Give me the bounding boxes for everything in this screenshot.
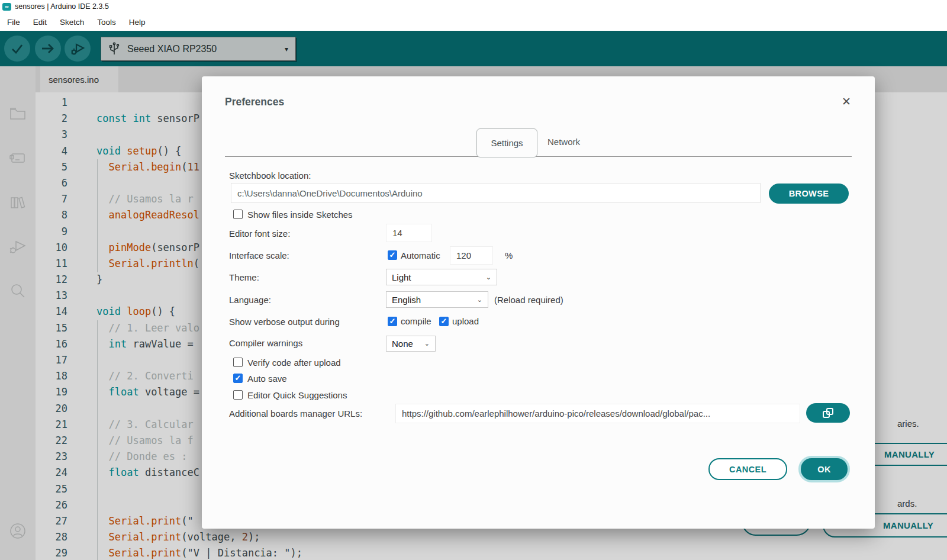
preferences-dialog: Preferences ✕ Settings Network Sketchboo… bbox=[202, 76, 875, 529]
interface-scale-input[interactable]: 120 bbox=[450, 246, 493, 265]
chevron-down-icon: ⌄ bbox=[477, 296, 482, 304]
verbose-output-label: Show verbose output during bbox=[229, 316, 340, 328]
verbose-upload-label: upload bbox=[452, 316, 479, 326]
percent-label: % bbox=[505, 250, 513, 262]
sketchbook-location-input[interactable]: c:\Users\danna\OneDrive\Documentos\Ardui… bbox=[231, 183, 761, 203]
theme-select[interactable]: Light ⌄ bbox=[386, 269, 497, 285]
verbose-compile-label: compile bbox=[401, 316, 431, 326]
menu-help[interactable]: Help bbox=[123, 13, 152, 31]
verbose-upload-checkbox[interactable] bbox=[439, 317, 449, 326]
chevron-down-icon: ⌄ bbox=[424, 340, 430, 347]
menu-sketch[interactable]: Sketch bbox=[53, 13, 91, 31]
menubar: FileEditSketchToolsHelp bbox=[0, 13, 947, 31]
tabs-divider bbox=[225, 128, 852, 157]
show-files-checkbox[interactable] bbox=[233, 210, 243, 219]
font-size-label: Editor font size: bbox=[229, 228, 290, 240]
titlebar: ∞ sensores | Arduino IDE 2.3.5 bbox=[0, 0, 947, 13]
arduino-logo-icon: ∞ bbox=[2, 3, 11, 11]
verify-after-upload-label: Verify code after upload bbox=[247, 358, 341, 368]
theme-label: Theme: bbox=[229, 272, 259, 284]
show-files-label: Show files inside Sketches bbox=[247, 210, 353, 220]
dialog-title: Preferences bbox=[225, 96, 284, 108]
automatic-scale-label: Automatic bbox=[401, 250, 440, 260]
auto-save-checkbox[interactable] bbox=[233, 374, 243, 383]
quick-suggestions-checkbox[interactable] bbox=[233, 390, 243, 400]
boards-urls-label: Additional boards manager URLs: bbox=[229, 408, 362, 420]
open-window-icon bbox=[822, 407, 835, 420]
compiler-warnings-label: Compiler warnings bbox=[229, 337, 302, 349]
compiler-warnings-select[interactable]: None ⌄ bbox=[386, 336, 436, 352]
tab-settings[interactable]: Settings bbox=[476, 128, 537, 157]
boards-urls-expand-button[interactable] bbox=[806, 403, 850, 423]
menu-file[interactable]: File bbox=[1, 13, 27, 31]
auto-save-label: Auto save bbox=[247, 374, 287, 384]
close-icon[interactable]: ✕ bbox=[839, 94, 854, 110]
cancel-button[interactable]: CANCEL bbox=[708, 458, 787, 480]
chevron-down-icon: ⌄ bbox=[486, 273, 491, 281]
arduino-ide-window: ∞ sensores | Arduino IDE 2.3.5 FileEditS… bbox=[0, 0, 947, 560]
language-select[interactable]: English ⌄ bbox=[386, 291, 488, 308]
interface-scale-label: Interface scale: bbox=[229, 250, 289, 262]
verify-after-upload-checkbox[interactable] bbox=[233, 358, 243, 367]
browse-button[interactable]: BROWSE bbox=[769, 184, 849, 204]
font-size-input[interactable]: 14 bbox=[386, 224, 432, 242]
language-label: Language: bbox=[229, 294, 271, 306]
menu-edit[interactable]: Edit bbox=[27, 13, 53, 31]
reload-required-note: (Reload required) bbox=[494, 294, 563, 306]
quick-suggestions-label: Editor Quick Suggestions bbox=[247, 390, 347, 400]
tab-network[interactable]: Network bbox=[547, 137, 580, 147]
automatic-scale-checkbox[interactable] bbox=[388, 250, 397, 260]
ok-button[interactable]: OK bbox=[801, 458, 848, 480]
verbose-compile-checkbox[interactable] bbox=[388, 317, 397, 326]
window-title: sensores | Arduino IDE 2.3.5 bbox=[15, 2, 109, 11]
sketchbook-location-label: Sketchbook location: bbox=[229, 170, 311, 182]
boards-urls-input[interactable]: https://github.com/earlephilhower/arduin… bbox=[395, 404, 800, 423]
menu-tools[interactable]: Tools bbox=[91, 13, 123, 31]
